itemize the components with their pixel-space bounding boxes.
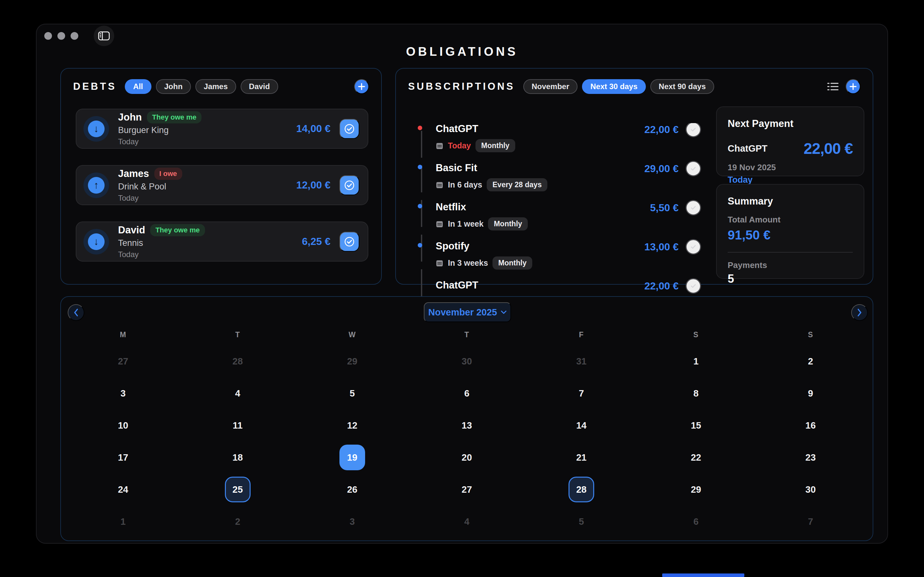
calendar-day[interactable]: 26	[295, 474, 409, 506]
calendar-day[interactable]: 7	[753, 506, 868, 538]
calendar-day[interactable]: 19	[295, 442, 409, 474]
list-view-button[interactable]	[827, 82, 838, 91]
calendar-day[interactable]: 27	[409, 474, 524, 506]
subscription-amount: 22,00 €	[644, 280, 678, 292]
debt-description: Burguer King	[118, 125, 202, 135]
calendar-day[interactable]: 27	[66, 345, 180, 377]
traffic-light-minimize[interactable]	[57, 32, 65, 40]
calendar-day[interactable]: 11	[180, 409, 295, 442]
day-number: 26	[339, 477, 365, 502]
arrow-up-icon	[88, 177, 105, 193]
calendar-day[interactable]: 4	[409, 506, 524, 538]
add-subscription-button[interactable]	[846, 79, 861, 94]
check-circle-icon	[343, 179, 355, 191]
calendar-day[interactable]: 3	[295, 506, 409, 538]
calendar-day[interactable]: 22	[639, 442, 753, 474]
subscription-due: Today	[448, 141, 471, 150]
calendar-day[interactable]: 2	[180, 506, 295, 538]
day-number: 11	[225, 413, 250, 438]
sidebar-toggle-button[interactable]	[94, 26, 114, 46]
subscription-cycle-chip: Monthly	[493, 256, 532, 269]
previous-month-button[interactable]	[68, 304, 84, 321]
calendar-day[interactable]: 31	[524, 345, 639, 377]
debt-card[interactable]: James I owe Drink & Pool Today 12,00 €	[76, 165, 368, 205]
calendar-day[interactable]: 24	[66, 474, 180, 506]
calendar-day[interactable]: 8	[639, 377, 753, 409]
subs-filter-30-days[interactable]: Next 30 days	[582, 79, 646, 94]
calendar-day[interactable]: 10	[66, 409, 180, 442]
app-window: OBLIGATIONS DEBTS All John James David	[36, 24, 888, 544]
subs-filter-90-days[interactable]: Next 90 days	[650, 79, 714, 94]
total-amount-value: 91,50 €	[728, 228, 853, 242]
mark-paid-button[interactable]	[686, 278, 701, 293]
mark-paid-button[interactable]	[686, 123, 701, 137]
calendar-day[interactable]: 16	[753, 409, 868, 442]
debtor-name: John	[118, 111, 142, 123]
mark-paid-button[interactable]	[686, 200, 701, 215]
calendar-day[interactable]: 9	[753, 377, 868, 409]
traffic-light-zoom[interactable]	[71, 32, 78, 40]
calendar-day[interactable]: 23	[753, 442, 868, 474]
calendar-day[interactable]: 30	[409, 345, 524, 377]
subscription-row[interactable]: ChatGPT Today Monthly 22,00 €	[416, 123, 706, 162]
calendar-day[interactable]: 29	[295, 345, 409, 377]
debts-filter-david[interactable]: David	[241, 79, 278, 94]
weekday-label: S	[639, 329, 753, 340]
calendar-day[interactable]: 15	[639, 409, 753, 442]
debt-card[interactable]: John They owe me Burguer King Today 14,0…	[76, 109, 368, 149]
calendar-day[interactable]: 13	[409, 409, 524, 442]
subscription-row[interactable]: Spotify In 3 weeks Monthly 13,00 €	[416, 240, 706, 279]
debt-description: Tennis	[118, 238, 205, 248]
add-debt-button[interactable]	[354, 79, 369, 94]
calendar-day[interactable]: 20	[409, 442, 524, 474]
day-number: 7	[569, 380, 594, 406]
debt-card[interactable]: David They owe me Tennis Today 6,25 €	[76, 221, 368, 261]
calendar-day[interactable]: 2	[753, 345, 868, 377]
day-number: 5	[339, 380, 365, 406]
day-number: 12	[339, 413, 365, 438]
arrow-down-icon	[88, 234, 105, 250]
calendar-day[interactable]: 6	[639, 506, 753, 538]
calendar-day[interactable]: 25	[180, 474, 295, 506]
calendar-day[interactable]: 5	[295, 377, 409, 409]
calendar-day[interactable]: 28	[180, 345, 295, 377]
debts-title: DEBTS	[73, 81, 116, 92]
traffic-light-close[interactable]	[44, 32, 52, 40]
calendar-day[interactable]: 4	[180, 377, 295, 409]
calendar-day[interactable]: 1	[66, 506, 180, 538]
debts-filter-john[interactable]: John	[156, 79, 191, 94]
settle-debt-button[interactable]	[339, 175, 359, 195]
subs-filter-november[interactable]: November	[523, 79, 577, 94]
subscriptions-title: SUBSCRIPTIONS	[408, 81, 515, 92]
mark-paid-button[interactable]	[686, 239, 701, 255]
day-number: 21	[569, 445, 594, 470]
day-number: 10	[110, 413, 136, 438]
subscription-row[interactable]: Basic Fit In 6 days Every 28 days 29,00 …	[416, 162, 706, 201]
subscription-amount: 22,00 €	[644, 124, 678, 135]
next-month-button[interactable]	[851, 304, 868, 321]
settle-debt-button[interactable]	[339, 232, 359, 251]
debt-amount: 14,00 €	[296, 123, 330, 135]
subscription-row[interactable]: Netflix In 1 week Monthly 5,50 €	[416, 201, 706, 240]
calendar-icon	[436, 142, 443, 150]
weekday-label: F	[524, 329, 639, 340]
calendar-day[interactable]: 12	[295, 409, 409, 442]
calendar-day[interactable]: 28	[524, 474, 639, 506]
debts-filter-james[interactable]: James	[195, 79, 236, 94]
calendar-day[interactable]: 5	[524, 506, 639, 538]
calendar-day[interactable]: 18	[180, 442, 295, 474]
calendar-day[interactable]: 30	[753, 474, 868, 506]
settle-debt-button[interactable]	[339, 119, 359, 139]
calendar-day[interactable]: 6	[409, 377, 524, 409]
month-selector[interactable]: November 2025	[424, 302, 511, 322]
debts-filter-all[interactable]: All	[125, 79, 152, 94]
calendar-day[interactable]: 3	[66, 377, 180, 409]
calendar-day[interactable]: 1	[639, 345, 753, 377]
calendar-day[interactable]: 21	[524, 442, 639, 474]
mark-paid-button[interactable]	[686, 161, 701, 176]
day-number: 4	[454, 509, 480, 534]
calendar-day[interactable]: 17	[66, 442, 180, 474]
calendar-day[interactable]: 7	[524, 377, 639, 409]
calendar-day[interactable]: 29	[639, 474, 753, 506]
calendar-day[interactable]: 14	[524, 409, 639, 442]
